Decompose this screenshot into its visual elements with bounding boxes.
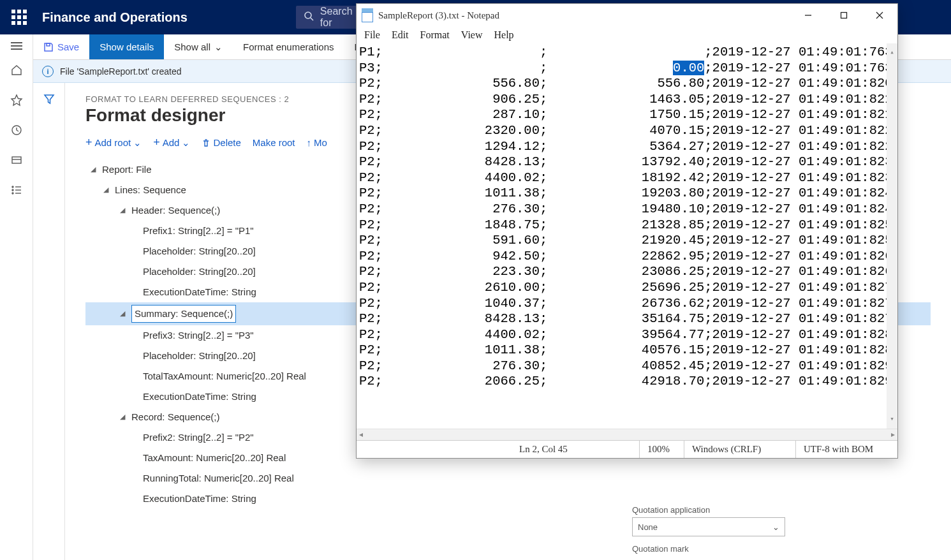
notepad-titlebar[interactable]: SampleReport (3).txt - Notepad <box>357 4 897 27</box>
chevron-down-icon: ⌄ <box>214 41 223 53</box>
text-line: P2; 1294.12; 5364.27;2019-12-27 01:49:01… <box>359 139 894 155</box>
info-text: File 'SampleReport.txt' created <box>60 66 182 77</box>
caret-down-icon: ◢ <box>120 205 128 216</box>
svg-point-9 <box>12 193 13 194</box>
text-line: P2; 591.60; 21920.45;2019-12-27 01:49:01… <box>359 233 894 249</box>
menu-edit[interactable]: Edit <box>392 29 409 41</box>
module-icon[interactable] <box>10 154 23 170</box>
caret-down-icon: ◢ <box>120 308 128 320</box>
list-icon[interactable] <box>10 184 23 200</box>
properties-form: Quotation application None ⌄ Quotation m… <box>632 505 785 556</box>
vertical-scrollbar[interactable]: ▴▾ <box>887 43 897 429</box>
svg-rect-13 <box>841 13 847 18</box>
menu-format[interactable]: Format <box>420 29 450 41</box>
make-root-button[interactable]: Make root <box>253 137 295 148</box>
search-icon <box>304 11 314 24</box>
text-line: P2; 1848.75; 21328.85;2019-12-27 01:49:0… <box>359 217 894 233</box>
funnel-icon[interactable] <box>43 93 55 560</box>
chevron-down-icon: ⌄ <box>772 522 779 532</box>
arrow-up-icon: ↑ <box>307 137 312 148</box>
text-line: P2; 276.30; 40852.45;2019-12-27 01:49:01… <box>359 358 894 374</box>
svg-point-5 <box>12 186 13 188</box>
notepad-title: SampleReport (3).txt - Notepad <box>378 10 499 21</box>
menu-file[interactable]: File <box>364 29 380 41</box>
menu-view[interactable]: View <box>461 29 483 41</box>
text-line: P2; 8428.13; 13792.40;2019-12-27 01:49:0… <box>359 154 894 170</box>
svg-point-0 <box>305 12 311 18</box>
text-line: P2; 942.50; 22862.95;2019-12-27 01:49:01… <box>359 249 894 265</box>
hamburger-icon[interactable] <box>11 42 22 50</box>
home-icon[interactable] <box>10 64 23 80</box>
text-line: P2; 1011.38; 19203.80;2019-12-27 01:49:0… <box>359 186 894 202</box>
maximize-button[interactable] <box>826 4 862 27</box>
add-root-button[interactable]: +Add root⌄ <box>85 136 142 149</box>
scroll-left-icon: ◂ <box>359 430 363 439</box>
status-encoding: UTF-8 with BOM <box>795 441 897 458</box>
svg-point-7 <box>12 189 13 191</box>
text-line: P2; 1011.38; 40576.15;2019-12-27 01:49:0… <box>359 343 894 358</box>
chevron-down-icon: ⌄ <box>133 137 142 149</box>
caret-down-icon: ◢ <box>91 164 98 175</box>
waffle-icon[interactable] <box>11 10 27 25</box>
delete-button[interactable]: Delete <box>202 137 240 148</box>
text-line: P2; 276.30; 19480.10;2019-12-27 01:49:01… <box>359 202 894 217</box>
close-button[interactable] <box>862 4 897 27</box>
scroll-up-icon: ▴ <box>890 45 894 61</box>
text-line: P2; 556.80; 556.80;2019-12-27 01:49:01:8… <box>359 76 894 92</box>
svg-rect-11 <box>47 43 50 46</box>
notepad-menubar: File Edit Format View Help <box>357 27 897 43</box>
clock-icon[interactable] <box>10 124 23 140</box>
text-line: P2; 4400.02; 18192.42;2019-12-27 01:49:0… <box>359 170 894 186</box>
show-details-tab[interactable]: Show details <box>89 34 164 59</box>
star-icon[interactable] <box>10 94 23 110</box>
text-line: P2; 2610.00; 25696.25;2019-12-27 01:49:0… <box>359 280 894 296</box>
caret-down-icon: ◢ <box>120 411 128 423</box>
text-line: P1; ; ;2019-12-27 01:49:01:763 <box>359 45 894 61</box>
text-line: P2; 1040.37; 26736.62;2019-12-27 01:49:0… <box>359 296 894 312</box>
text-line: P2; 223.30; 23086.25;2019-12-27 01:49:01… <box>359 264 894 280</box>
move-up-button[interactable]: ↑Mo <box>307 137 327 148</box>
filter-pane <box>33 83 65 560</box>
text-line: P2; 2320.00; 4070.15;2019-12-27 01:49:01… <box>359 123 894 139</box>
svg-rect-3 <box>12 157 21 163</box>
scroll-right-icon: ▸ <box>891 430 895 439</box>
app-title: Finance and Operations <box>42 10 188 25</box>
show-all-menu[interactable]: Show all⌄ <box>164 34 233 59</box>
minimize-button[interactable] <box>790 4 826 27</box>
quotation-mark-label: Quotation mark <box>632 544 785 554</box>
menu-help[interactable]: Help <box>494 29 513 41</box>
status-eol: Windows (CRLF) <box>684 441 795 458</box>
notepad-textarea[interactable]: ▴▾ P1; ; ;2019-12-27 01:49:01:763P3; ; 0… <box>357 43 897 429</box>
caret-down-icon: ◢ <box>103 184 111 196</box>
info-icon: i <box>42 66 54 77</box>
status-zoom: 100% <box>639 441 684 458</box>
text-line: P2; 2066.25; 42918.70;2019-12-27 01:49:0… <box>359 374 894 390</box>
format-enumerations-button[interactable]: Format enumerations <box>233 34 344 59</box>
add-button[interactable]: +Add⌄ <box>153 136 190 149</box>
tree-node[interactable]: RunningTotal: Numeric[20..20] Real <box>85 468 931 489</box>
chevron-down-icon: ⌄ <box>182 137 190 149</box>
text-line: P2; 906.25; 1463.05;2019-12-27 01:49:01:… <box>359 92 894 108</box>
text-line: P3; ; 0.00;2019-12-27 01:49:01:763 <box>359 61 894 77</box>
nav-rail <box>0 34 33 560</box>
quotation-app-label: Quotation application <box>632 505 785 515</box>
text-line: P2; 8428.13; 35164.75;2019-12-27 01:49:0… <box>359 311 894 327</box>
save-button[interactable]: Save <box>33 34 89 59</box>
scroll-down-icon: ▾ <box>890 411 894 427</box>
notepad-icon <box>362 8 373 22</box>
quotation-app-select[interactable]: None ⌄ <box>632 517 785 536</box>
text-line: P2; 4400.02; 39564.77;2019-12-27 01:49:0… <box>359 327 894 343</box>
notepad-statusbar: Ln 2, Col 45 100% Windows (CRLF) UTF-8 w… <box>357 440 897 458</box>
svg-line-1 <box>311 18 313 20</box>
notepad-window: SampleReport (3).txt - Notepad File Edit… <box>356 3 898 459</box>
horizontal-scrollbar[interactable]: ◂▸ <box>357 429 897 440</box>
text-line: P2; 287.10; 1750.15;2019-12-27 01:49:01:… <box>359 107 894 123</box>
status-position: Ln 2, Col 45 <box>512 441 639 458</box>
tree-node[interactable]: ExecutionDateTime: String <box>85 489 931 509</box>
